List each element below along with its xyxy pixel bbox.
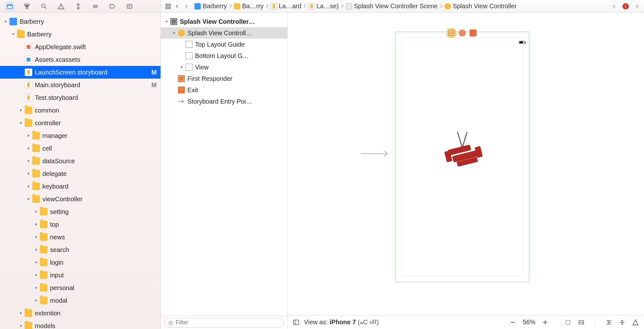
- disclosure-right-icon[interactable]: [34, 285, 39, 290]
- splash-logo-imageview[interactable]: [439, 129, 486, 175]
- navigator-row[interactable]: Assets.xcassets: [0, 53, 161, 66]
- outline-row[interactable]: Bottom Layout G…: [161, 50, 287, 61]
- disclosure-down-icon[interactable]: [26, 197, 31, 202]
- disclosure-right-icon[interactable]: [34, 247, 39, 252]
- disclosure-right-icon[interactable]: [18, 323, 23, 328]
- scene-badge-exit-icon[interactable]: [470, 29, 477, 36]
- disclosure-right-icon[interactable]: [26, 171, 31, 176]
- search-navigator-tab[interactable]: [40, 2, 48, 10]
- outline-row[interactable]: Splash View Controll…: [161, 27, 287, 39]
- outline-row[interactable]: View: [161, 61, 287, 73]
- issue-badge[interactable]: !: [622, 3, 629, 10]
- navigator-row[interactable]: setting: [0, 205, 161, 218]
- disclosure-right-icon[interactable]: [18, 108, 23, 113]
- log-navigator-tab[interactable]: [125, 2, 134, 10]
- disclosure-down-icon[interactable]: [164, 19, 169, 24]
- navigator-row[interactable]: viewController: [0, 193, 161, 205]
- outline-row[interactable]: Splash View Controller…: [161, 16, 287, 27]
- navigator-row[interactable]: Barberry: [0, 15, 161, 28]
- jump-forward-button[interactable]: [182, 3, 190, 10]
- navigator-row[interactable]: modal: [0, 294, 161, 307]
- disclosure-right-icon[interactable]: [34, 235, 39, 240]
- view-as-prefix: View as:: [304, 319, 330, 326]
- breadcrumb-item[interactable]: La…ard: [271, 3, 301, 10]
- breadcrumb-item[interactable]: Splash View Controller: [445, 3, 517, 10]
- disclosure-right-icon[interactable]: [179, 65, 184, 70]
- disclosure-down-icon[interactable]: [11, 32, 16, 37]
- navigator-row[interactable]: LaunchScreen.storyboardM: [0, 66, 161, 79]
- scene-badge-first-responder-icon[interactable]: [459, 29, 466, 36]
- jump-back-button[interactable]: [174, 3, 181, 10]
- outline-row[interactable]: Storyboard Entry Poi…: [161, 96, 287, 107]
- chevron-right-icon: [229, 3, 232, 10]
- disclosure-right-icon[interactable]: [34, 298, 39, 303]
- outline-toggle-button[interactable]: [293, 319, 300, 326]
- breadcrumb-item[interactable]: Ba…rry: [234, 3, 264, 10]
- navigator-row[interactable]: controller: [0, 117, 161, 129]
- svg-rect-5: [127, 4, 132, 8]
- storyboard-canvas[interactable]: [287, 13, 644, 315]
- disclosure-right-icon[interactable]: [26, 133, 31, 138]
- navigator-row[interactable]: input: [0, 269, 161, 281]
- breadcrumb-next-button[interactable]: [633, 3, 641, 10]
- disclosure-right-icon[interactable]: [34, 209, 39, 214]
- disclosure-down-icon[interactable]: [172, 30, 177, 35]
- navigator-row[interactable]: extention: [0, 307, 161, 319]
- outline-row[interactable]: Top Layout Guide: [161, 39, 287, 50]
- breadcrumb-item[interactable]: La…se): [308, 3, 339, 10]
- navigator-row[interactable]: manager: [0, 129, 161, 142]
- disclosure-right-icon[interactable]: [26, 184, 31, 189]
- scm-navigator-tab[interactable]: [23, 2, 31, 10]
- navigator-row[interactable]: news: [0, 231, 161, 243]
- disclosure-right-icon[interactable]: [26, 158, 31, 164]
- navigator-row[interactable]: search: [0, 243, 161, 256]
- disclosure-right-icon[interactable]: [34, 222, 39, 227]
- scene-frame[interactable]: [395, 32, 529, 282]
- disclosure-right-icon[interactable]: [18, 311, 23, 316]
- view-as-label[interactable]: View as: iPhone 7 (wC hR): [304, 319, 379, 326]
- navigator-row[interactable]: Test.storyboard: [0, 91, 161, 104]
- update-frames-button[interactable]: [565, 319, 571, 326]
- navigator-row[interactable]: personal: [0, 281, 161, 294]
- disclosure-right-icon[interactable]: [34, 273, 39, 278]
- debug-navigator-tab[interactable]: [91, 2, 99, 10]
- disclosure-right-icon[interactable]: [34, 260, 39, 265]
- disclosure-down-icon[interactable]: [18, 120, 23, 126]
- navigator-row[interactable]: models: [0, 319, 161, 329]
- chevron-right-icon: [341, 3, 344, 10]
- breakpoints-navigator-tab[interactable]: [108, 2, 117, 10]
- embed-in-button[interactable]: [578, 319, 585, 326]
- breadcrumb-item[interactable]: Barberry: [194, 3, 227, 10]
- outline-row[interactable]: Exit: [161, 84, 287, 96]
- outline-row[interactable]: First Responder: [161, 73, 287, 84]
- zoom-controls: 56%: [509, 319, 549, 326]
- navigator-row[interactable]: common: [0, 104, 161, 117]
- navigator-row[interactable]: cell: [0, 142, 161, 155]
- navigator-row[interactable]: dataSource: [0, 155, 161, 167]
- breadcrumb-prev-button[interactable]: [610, 3, 618, 10]
- navigator-row[interactable]: Main.storyboardM: [0, 79, 161, 91]
- scene-badge-vc-icon[interactable]: [448, 29, 455, 36]
- navigator-row[interactable]: login: [0, 256, 161, 269]
- align-button[interactable]: [605, 319, 612, 326]
- resolve-issues-button[interactable]: [632, 319, 639, 326]
- project-navigator-tab[interactable]: [6, 2, 14, 10]
- zoom-in-button[interactable]: [542, 319, 549, 326]
- breadcrumb-label: La…ard: [279, 3, 301, 10]
- related-items-icon[interactable]: [164, 2, 172, 10]
- navigator-row[interactable]: Barberry: [0, 28, 161, 41]
- issues-navigator-tab[interactable]: [57, 2, 65, 10]
- outline-filter-field[interactable]: [164, 318, 284, 327]
- disclosure-down-icon[interactable]: [3, 19, 8, 24]
- zoom-out-button[interactable]: [509, 319, 516, 326]
- breadcrumb-item[interactable]: Splash View Controller Scene: [346, 3, 438, 10]
- tests-navigator-tab[interactable]: [74, 2, 82, 10]
- navigator-row[interactable]: AppDelegate.swift: [0, 41, 161, 53]
- navigator-row[interactable]: top: [0, 218, 161, 231]
- pin-button[interactable]: [619, 319, 626, 326]
- navigator-row[interactable]: keyboard: [0, 180, 161, 193]
- zoom-value[interactable]: 56%: [523, 319, 535, 326]
- outline-filter-input[interactable]: [176, 319, 280, 326]
- disclosure-right-icon[interactable]: [26, 146, 31, 151]
- navigator-row[interactable]: delegate: [0, 167, 161, 180]
